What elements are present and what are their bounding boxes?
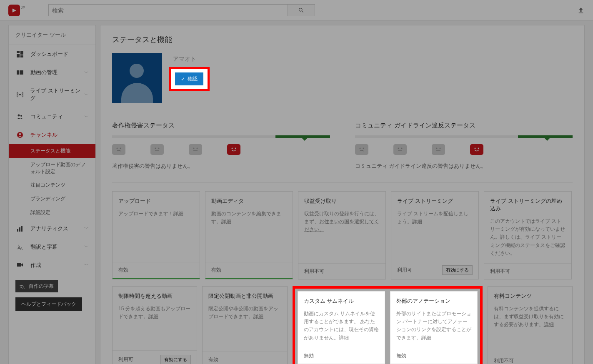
callout-highlight: カスタム サムネイル動画にカスタム サムネイルを使用することができます。 あなた… (293, 286, 483, 364)
search-input[interactable] (48, 4, 288, 16)
feature-link[interactable]: 詳細 (339, 335, 349, 341)
chevron-down-icon: ﹀ (84, 92, 89, 98)
svg-point-10 (20, 115, 22, 117)
svg-text:A: A (23, 286, 25, 289)
translate-icon: 文A (20, 283, 25, 289)
sub-advanced[interactable]: 詳細設定 (9, 206, 95, 219)
divider (112, 182, 573, 183)
enable-button[interactable]: 有効にする (442, 265, 473, 275)
sub-upload-defaults[interactable]: アップロード動画のデフォルト設定 (9, 158, 95, 179)
sidebar-item-label: ライブ ストリーミング (30, 87, 84, 102)
face-neutral-icon (432, 144, 445, 155)
feature-desc: 動画のコンテンツを編集できます。詳細 (211, 210, 287, 226)
sidebar-item-translate[interactable]: 文A 翻訳と字幕 ﹀ (9, 238, 95, 256)
svg-rect-7 (20, 70, 23, 75)
chevron-down-icon: ﹀ (84, 114, 89, 120)
status-bar (355, 135, 573, 138)
feature-link[interactable]: 詳細 (412, 219, 422, 224)
own-subtitles-chip[interactable]: 文A 自作の字幕 (15, 280, 58, 292)
videos-icon (15, 69, 25, 76)
feature-status: 利用不可 (304, 268, 324, 275)
own-subtitles-label: 自作の字幕 (29, 283, 54, 290)
search-button[interactable] (288, 4, 315, 16)
dashboard-icon (15, 51, 25, 57)
svg-point-30 (235, 148, 236, 149)
face-happy-icon (470, 144, 483, 155)
feature-desc: ライブ ストリームを配信しましょう。詳細 (397, 210, 473, 226)
sidebar-item-live[interactable]: ライブ ストリーミング ﹀ (9, 82, 95, 107)
svg-rect-2 (17, 51, 20, 53)
help-feedback-button[interactable]: ヘルプとフィードバック (15, 297, 82, 311)
feature-title: 限定公開動画と非公開動画 (208, 292, 281, 300)
features-row-2: 制限時間を超える動画15 分を超える動画もアップロードできます。詳細利用可有効に… (112, 286, 573, 364)
sidebar-item-create[interactable]: 作成 ﹀ (9, 256, 95, 274)
channel-icon (15, 132, 25, 138)
sidebar-item-label: ダッシュボード (30, 50, 68, 58)
sub-featured[interactable]: 注目コンテンツ (9, 178, 95, 192)
feature-card: 限定公開動画と非公開動画限定公開や非公開の動画をアップロードできます。詳細有効 (202, 286, 287, 364)
live-icon (15, 91, 24, 98)
feature-card: カスタム サムネイル動画にカスタム サムネイルを使用することができます。 あなた… (298, 291, 385, 364)
sidebar-item-label: チャンネル (30, 131, 58, 139)
sidebar-item-dashboard[interactable]: ダッシュボード (9, 45, 95, 63)
search-icon (298, 7, 304, 13)
feature-status: 有効 (118, 267, 128, 274)
svg-rect-6 (17, 70, 19, 75)
feature-title: 収益受け取り (304, 197, 380, 205)
face-neutral-icon (189, 144, 202, 155)
feature-card: 外部のアノテーション外部のサイトまたはプロモーション パートナーに対してアノテー… (390, 291, 478, 364)
logo[interactable]: ▶ (8, 5, 20, 16)
svg-point-22 (120, 148, 121, 149)
svg-point-29 (232, 148, 233, 149)
verify-button[interactable]: ✓ 確認 (175, 72, 203, 85)
feature-card: ライブ ストリーミングの埋め込みこのアカウントではライブ ストリーミングが有効に… (484, 191, 572, 279)
feature-footer: 利用可有効にする (113, 350, 197, 364)
avatar (112, 53, 162, 103)
feature-link[interactable]: 詳細 (253, 314, 263, 319)
sidebar-title: クリエイター ツール (9, 25, 95, 45)
search-form (48, 4, 315, 16)
verify-highlight: ✓ 確認 (169, 67, 210, 91)
feature-desc: 限定公開や非公開の動画をアップロードできます。詳細 (208, 305, 281, 321)
feature-link[interactable]: お住まいの国を選択してください。 (304, 219, 379, 232)
chevron-down-icon: ﹀ (84, 262, 89, 268)
enable-button[interactable]: 有効にする (160, 355, 191, 364)
copyright-status: 著作権侵害ステータス 著作権侵害の警告はありません。 (112, 122, 330, 170)
sidebar-item-label: コミュニティ (30, 113, 63, 120)
feature-link[interactable]: 詳細 (544, 322, 554, 327)
feature-title: ライブ ストリーミング (397, 197, 473, 205)
feature-link[interactable]: 詳細 (421, 335, 431, 341)
check-icon: ✓ (181, 76, 185, 82)
sidebar-item-analytics[interactable]: アナリティクス ﹀ (9, 219, 95, 238)
main-content: ステータスと機能 アマオト ✓ 確認 著作権侵害ステータス (100, 25, 585, 364)
sidebar-item-community[interactable]: コミュニティ ﹀ (9, 107, 95, 126)
copyright-title: 著作権侵害ステータス (112, 122, 330, 130)
feature-status: 利用可 (118, 356, 133, 363)
svg-point-21 (117, 148, 118, 149)
channel-submenu: ステータスと機能 アップロード動画のデフォルト設定 注目コンテンツ ブランディン… (9, 144, 95, 219)
svg-point-12 (19, 133, 21, 135)
feature-card: ライブ ストリーミングライブ ストリームを配信しましょう。詳細利用可有効にする (391, 191, 479, 279)
sub-status[interactable]: ステータスと機能 (9, 144, 95, 158)
svg-line-1 (302, 11, 303, 12)
svg-point-33 (398, 148, 399, 149)
feature-status: 利用不可 (490, 268, 510, 275)
feature-desc: アップロードできます！詳細 (118, 210, 194, 218)
feature-link[interactable]: 詳細 (148, 314, 158, 319)
feature-desc: 15 分を超える動画もアップロードできます。詳細 (118, 305, 191, 321)
sub-branding[interactable]: ブランディング (9, 192, 95, 206)
svg-rect-3 (20, 51, 23, 55)
sidebar-item-videos[interactable]: 動画の管理 ﹀ (9, 63, 95, 82)
feature-title: 動画エディタ (211, 197, 287, 205)
sidebar-item-label: アナリティクス (30, 225, 68, 232)
feature-link[interactable]: 詳細 (221, 219, 231, 224)
svg-text:A: A (20, 247, 23, 250)
page-title: ステータスと機能 (112, 35, 573, 45)
feature-desc: 動画にカスタム サムネイルを使用することができます。 あなたのアカウントには、現… (304, 310, 379, 342)
feature-link[interactable]: 詳細 (173, 211, 183, 217)
sidebar-item-channel[interactable]: チャンネル (9, 126, 95, 144)
feature-title: 外部のアノテーション (396, 297, 471, 305)
feature-title: アップロード (118, 197, 194, 205)
feature-footer: 利用不可 (298, 263, 385, 279)
upload-icon[interactable] (577, 7, 585, 14)
